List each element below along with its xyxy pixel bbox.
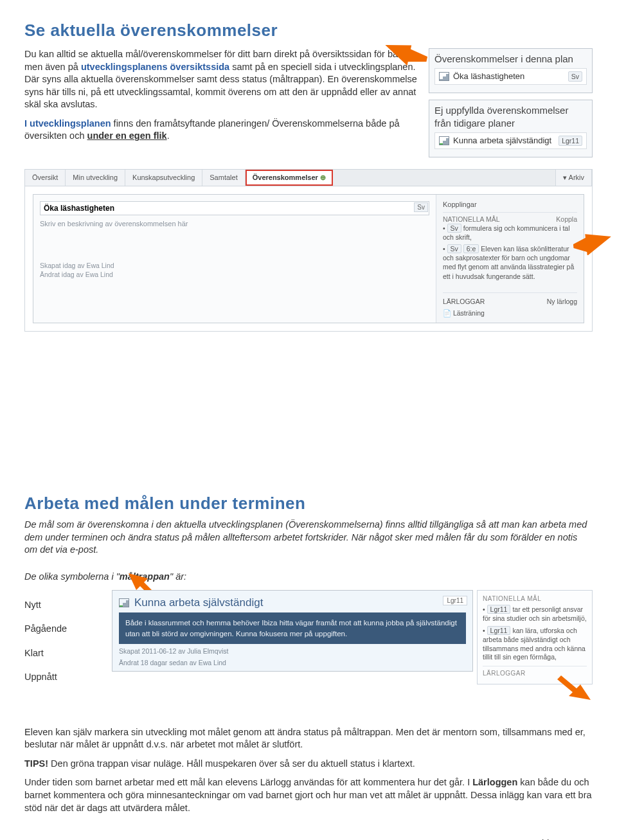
larlogg-item[interactable]: Lästräning: [453, 309, 485, 317]
goal-side-panel: NATIONELLA MÅL • Lgr11 tar ett personlig…: [477, 590, 593, 685]
sym-klart: Klart: [24, 647, 95, 660]
panel2-tag: Lgr11: [559, 136, 582, 146]
svg-marker-3: [557, 675, 591, 700]
heading-arbeta: Arbeta med målen under terminen: [24, 492, 593, 515]
tab-arkiv[interactable]: ▾ Arkiv: [555, 170, 592, 186]
p-tips: TIPS! Den gröna trappan visar nuläge. Hå…: [24, 758, 593, 771]
sym-intro: De olika symbolerna i "måltrappan" är:: [24, 571, 593, 584]
tab-kunskapsutveckling[interactable]: Kunskapsutveckling: [125, 170, 202, 186]
editor-right: Kopplingar NATIONELLA MÅLKoppla • Sv for…: [436, 195, 584, 323]
page-footer: Sida 12 av 16: [24, 837, 593, 840]
goal-card-created: Skapat 2011-06-12 av Julia Elmqvist: [119, 647, 466, 656]
staircase-icon: [439, 72, 449, 81]
p-eleven: Eleven kan själv markera sin utveckling …: [24, 726, 593, 751]
changed-meta: Ändrat idag av Ewa Lind: [40, 270, 429, 279]
koppla-link[interactable]: Koppla: [556, 215, 577, 224]
goal-card-tag: Lgr11: [443, 596, 467, 606]
created-meta: Skapat idag av Ewa Lind: [40, 261, 429, 270]
tab-overenskommelser[interactable]: Överenskommelser ⊕: [246, 170, 333, 186]
intro-column: Du kan alltid se aktuella mål/överenskom…: [24, 48, 417, 149]
intro-paragraph-2: I utvecklingsplanen finns den framåtsyft…: [24, 118, 417, 143]
p-arbeta-intro: De mål som är överenskomna i den aktuell…: [24, 519, 593, 557]
goal-card-changed: Ändrat 18 dagar sedan av Ewa Lind: [119, 658, 466, 667]
plan-tabs: Översikt Min utveckling Kunskapsutveckli…: [25, 170, 592, 186]
goal-card-title: Kunna arbeta självständigt: [134, 596, 263, 611]
staircase-icon: [439, 136, 449, 145]
ny-larlogg-link[interactable]: Ny lärlogg: [547, 297, 577, 306]
intro-paragraph: Du kan alltid se aktuella mål/överenskom…: [24, 48, 417, 111]
panel2-item[interactable]: Kunna arbeta självständigt Lgr11: [434, 132, 587, 149]
goal-title-input[interactable]: [40, 201, 429, 215]
arrow-pointer-2: [573, 233, 612, 255]
goal-card-body: Både i klassrummet och hemma behöver Ibi…: [119, 612, 466, 643]
sym-upp: Uppnått: [24, 671, 95, 684]
heading-se-aktuella: Se aktuella överenskommelser: [24, 19, 593, 42]
panel1-tag: Sv: [568, 71, 582, 82]
goal-description-placeholder[interactable]: Skriv en beskrivning av överenskommelsen…: [40, 219, 429, 229]
panel2-title: Ej uppfyllda överenskommelser från tidig…: [434, 104, 587, 130]
sym-pag: Pågående: [24, 623, 95, 636]
staircase-icon[interactable]: [119, 598, 129, 607]
panel1-title: Överenskommelser i denna plan: [434, 53, 587, 66]
sym-nytt: Nytt: [24, 599, 95, 612]
panel1-item[interactable]: Öka läshastigheten Sv: [434, 68, 587, 85]
link-utvecklingsplan: utvecklingsplanens översiktssida: [81, 62, 229, 72]
tab-min-utveckling[interactable]: Min utveckling: [66, 170, 125, 186]
panel-ej-uppfyllda: Ej uppfyllda överenskommelser från tidig…: [429, 100, 593, 157]
goal-card: Lgr11 Kunna arbeta självständigt Både i …: [112, 590, 473, 672]
tab-oversikt[interactable]: Översikt: [25, 170, 66, 186]
editor-left: Sv Skriv en beskrivning av överenskommel…: [33, 195, 436, 323]
editor-sv-tag: Sv: [414, 202, 428, 213]
svg-marker-1: [573, 233, 612, 255]
tab-samtalet[interactable]: Samtalet: [202, 170, 245, 186]
p-larlogg: Under tiden som barnet arbetar med ett m…: [24, 776, 593, 814]
panel-overenskommelser: Överenskommelser i denna plan Öka läshas…: [429, 48, 593, 93]
